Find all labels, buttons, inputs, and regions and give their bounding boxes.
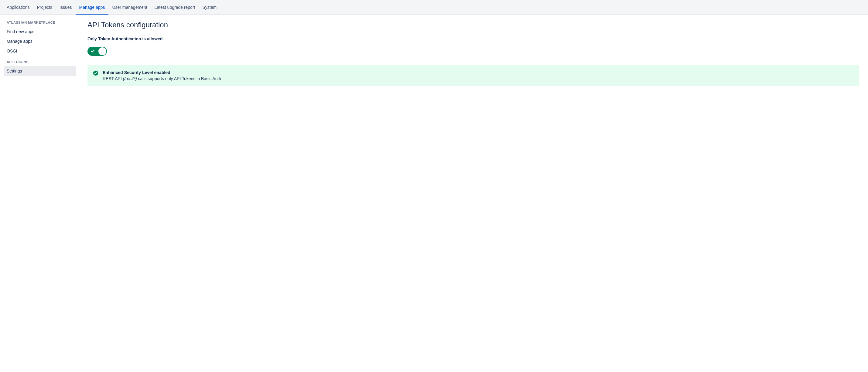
toggle-label: Only Token Authentication is allowed	[88, 36, 859, 41]
only-token-auth-toggle[interactable]	[88, 47, 107, 56]
check-circle-icon	[93, 70, 98, 76]
check-icon	[91, 49, 95, 54]
topnav-item-issues[interactable]: Issues	[56, 0, 75, 14]
sidebar-item-settings[interactable]: Settings	[4, 66, 76, 76]
svg-point-0	[93, 71, 98, 76]
topnav-item-manage-apps[interactable]: Manage apps	[75, 0, 109, 14]
topnav-item-applications[interactable]: Applications	[3, 0, 33, 14]
sidebar: Atlassian Marketplace Find new apps Mana…	[0, 14, 79, 372]
top-nav: Applications Projects Issues Manage apps…	[0, 0, 868, 14]
sidebar-item-osgi[interactable]: OSGi	[0, 46, 79, 56]
topnav-item-user-management[interactable]: User management	[108, 0, 151, 14]
banner-content: Enhanced Security Level enabled REST API…	[103, 70, 854, 81]
sidebar-item-find-new-apps[interactable]: Find new apps	[0, 27, 79, 36]
sidebar-section-header-api-tokens: API Tokens	[0, 60, 79, 66]
topnav-item-projects[interactable]: Projects	[33, 0, 56, 14]
banner-description: REST API (/rest/*) calls supports only A…	[103, 76, 854, 81]
topnav-item-latest-upgrade-report[interactable]: Latest upgrade report	[151, 0, 199, 14]
main-content: API Tokens configuration Only Token Auth…	[79, 14, 868, 372]
success-banner: Enhanced Security Level enabled REST API…	[88, 65, 859, 86]
banner-title: Enhanced Security Level enabled	[103, 70, 854, 75]
topnav-item-system[interactable]: System	[198, 0, 220, 14]
page-title: API Tokens configuration	[88, 21, 859, 29]
sidebar-section-header-marketplace: Atlassian Marketplace	[0, 21, 79, 27]
toggle-knob	[98, 47, 106, 55]
sidebar-item-manage-apps[interactable]: Manage apps	[0, 36, 79, 46]
